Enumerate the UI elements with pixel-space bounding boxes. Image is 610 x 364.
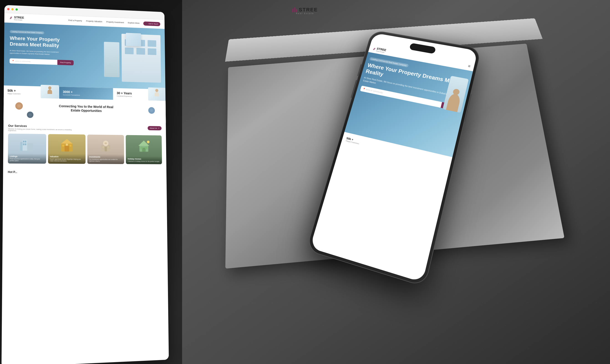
listing-desc: From luxurious apartments to villas, fin… [10,158,44,162]
svg-rect-15 [105,147,107,151]
find-property-button[interactable]: Find Property [57,60,74,65]
location-icon: 📍 [12,60,14,62]
mobile-logo-icon: ⫽ [372,47,376,51]
mobile-search-placeholder: area or community [366,88,383,94]
svg-rect-11 [62,145,64,146]
stat-item-customers: 50k + Happy Customers [4,86,59,99]
stat-item-transactions: 3000 + Successful Transactions [59,87,113,100]
building-accent-box [126,33,141,46]
valuation-label: Valuation Expert appraisals at your fing… [48,154,86,164]
svg-rect-12 [70,145,71,146]
logo-bar-2 [294,7,295,12]
stat-item-experience: 30 + Years Combined Experience [113,88,165,101]
investments-title: Investments [89,156,122,158]
valuation-svg [58,138,76,152]
building-side [104,42,120,77]
desktop-mockup: ⫽ STREE Real Estate Find a Property Prop… [1,5,169,364]
holiday-illustration [126,135,162,156]
listing-label: Listings From luxurious apartments to vi… [8,153,46,164]
stat-bg-experience [148,87,165,101]
hero-description: At Stree Real Estate, We focus on provid… [10,49,65,56]
person-body-mobile [446,93,461,112]
avatar-img-3 [148,107,155,114]
svg-rect-9 [65,146,69,152]
window-4 [125,48,134,54]
valuation-title: Valuation [50,155,84,158]
service-cards: Listings From luxurious apartments to vi… [8,134,162,165]
nav-link-valuation[interactable]: Property Valuation [86,20,102,23]
stat-bg-customers [41,85,59,99]
avatar-body-2 [155,92,159,96]
connecting-title: Connecting You to the World of Real Esta… [57,104,115,113]
hot-properties-label: Hot P... [8,170,17,174]
hamburger-menu-icon[interactable]: ≡ [467,64,471,69]
hero-section: Leading Commercial Real Estate Company W… [4,23,165,90]
service-card-investments[interactable]: Investments Our investment opportunities… [87,135,124,164]
customer-avatar [41,86,59,94]
nav-link-investment[interactable]: Property Investment [106,21,124,24]
browser-minimize-btn[interactable] [11,8,14,10]
services-header: Our Services Whether it's finding your d… [8,124,162,133]
investments-svg [97,138,115,152]
building-illustration [104,29,161,89]
valuation-illustration [48,134,86,155]
logo-bar-1 [292,9,293,12]
holiday-svg [135,139,153,152]
avatar-img-1 [15,102,23,110]
floating-avatar-1 [15,102,23,110]
phone-icon: 📞 [146,23,148,25]
service-card-holiday[interactable]: Holiday Homes Collection of holiday home… [126,135,162,164]
avatar-head [48,86,52,90]
website-content: ⫽ STREE Real Estate Find a Property Prop… [1,13,169,364]
floating-avatar-2 [27,111,33,118]
logo-bar-3 [296,9,297,12]
center-logo: STREE Real Estate [292,7,318,14]
center-logo-name: STREE [299,7,318,13]
browser-close-btn[interactable] [7,8,10,10]
avatar-body [48,90,52,94]
services-text: Our Services Whether it's finding your d… [8,124,73,132]
nav-logo-icon: ⫽ [9,16,13,20]
svg-point-10 [66,143,68,146]
experience-avatar [148,89,165,96]
window-6 [148,48,156,55]
hot-properties-section: Hot P... [3,167,166,176]
services-description: Whether it's finding your dream home, ma… [8,128,73,132]
listing-title: Listings [10,155,44,158]
svg-rect-22 [145,147,147,149]
get-in-touch-button[interactable]: 📞 Get in Touch [143,21,160,26]
svg-rect-17 [107,146,109,148]
search-bar: 📍 area or community Find Property [10,58,74,65]
valuation-desc: Expert appraisals at your fingertips hel… [50,158,84,162]
about-us-button[interactable]: About Us ↗ [148,126,162,130]
svg-rect-6 [25,143,26,145]
floating-avatar-3 [148,107,155,114]
stat-number-transactions: 3000 + [63,90,109,95]
hero-badge: Leading Commercial Real Estate Company [10,30,44,34]
listing-illustration [8,134,46,155]
holiday-label: Holiday Homes Collection of holiday home… [126,156,162,165]
avatar-img-2 [27,111,33,118]
nav-link-explore[interactable]: Explore More [128,22,140,24]
svg-rect-21 [140,147,143,149]
svg-rect-3 [23,141,24,143]
holiday-title: Holiday Homes [128,158,160,160]
svg-rect-4 [25,141,26,143]
browser-maximize-btn[interactable] [15,8,18,11]
avatar-head-2 [155,89,158,92]
investments-illustration [87,135,124,155]
services-title: Our Services [8,124,73,128]
service-card-listings[interactable]: Listings From luxurious apartments to vi… [8,134,46,164]
nav-link-find[interactable]: Find a Property [68,19,82,22]
service-card-valuation[interactable]: Valuation Expert appraisals at your fing… [48,134,86,164]
window-5 [136,48,145,55]
svg-rect-5 [23,143,24,145]
services-section: Our Services Whether it's finding your d… [3,120,166,168]
listing-building-svg [18,137,36,151]
svg-rect-2 [27,143,33,151]
svg-point-23 [147,141,149,143]
investments-label: Investments Our investment opportunities… [87,154,124,164]
nav-cta-label: Get in Touch [148,23,158,25]
nav-links: Find a Property Property Valuation Prope… [68,18,160,26]
about-us-label: About Us [150,127,157,129]
